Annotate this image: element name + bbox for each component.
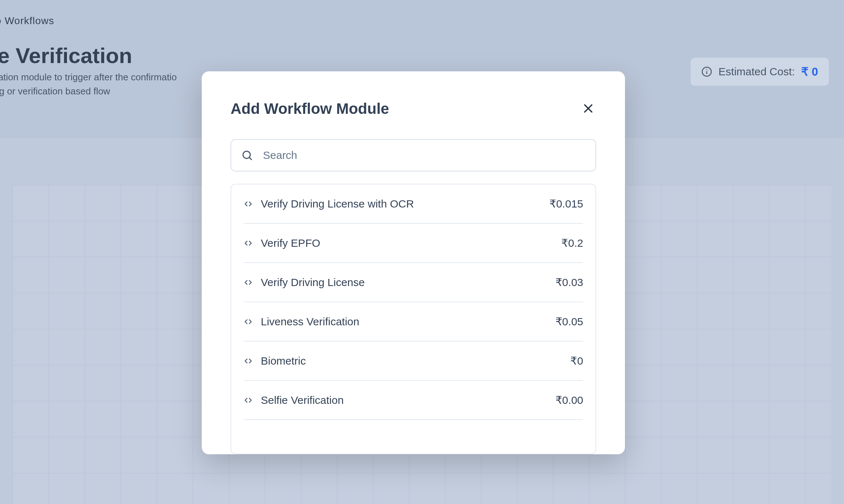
module-price: ₹0.2 <box>561 237 583 249</box>
module-price: ₹0.00 <box>555 394 583 406</box>
module-item-left: Verify Driving License <box>244 276 365 289</box>
module-price: ₹0.015 <box>549 197 583 210</box>
add-workflow-module-modal: Add Workflow Module <box>202 71 625 454</box>
modal-header: Add Workflow Module <box>231 100 596 117</box>
module-item-left: Biometric <box>244 355 306 367</box>
code-icon <box>244 396 253 405</box>
search-container <box>231 139 596 171</box>
module-item-left: Verify EPFO <box>244 237 320 249</box>
close-button[interactable] <box>580 101 596 117</box>
module-item-verify-epfo[interactable]: Verify EPFO ₹0.2 <box>244 224 583 263</box>
search-icon <box>241 150 253 161</box>
module-item-left: Liveness Verification <box>244 316 360 328</box>
code-icon <box>244 238 253 248</box>
code-icon <box>244 278 253 287</box>
svg-line-6 <box>249 157 251 160</box>
module-name: Biometric <box>261 355 306 367</box>
module-item-verify-dl[interactable]: Verify Driving License ₹0.03 <box>244 263 583 302</box>
module-name: Selfie Verification <box>261 394 344 406</box>
module-price: ₹0.03 <box>555 276 583 289</box>
search-input[interactable] <box>263 149 585 161</box>
module-price: ₹0 <box>570 354 583 367</box>
close-icon <box>582 102 594 116</box>
module-name: Verify Driving License with OCR <box>261 198 414 210</box>
modal-title: Add Workflow Module <box>231 100 389 117</box>
module-name: Liveness Verification <box>261 316 360 328</box>
modal-overlay: Add Workflow Module <box>0 0 844 504</box>
module-name: Verify EPFO <box>261 237 320 249</box>
module-item-liveness[interactable]: Liveness Verification ₹0.05 <box>244 302 583 342</box>
module-item-left: Verify Driving License with OCR <box>244 198 414 210</box>
module-item-left: Selfie Verification <box>244 394 344 406</box>
code-icon <box>244 317 253 326</box>
module-item-selfie[interactable]: Selfie Verification ₹0.00 <box>244 381 583 420</box>
module-price: ₹0.05 <box>555 315 583 328</box>
module-name: Verify Driving License <box>261 276 365 289</box>
code-icon <box>244 356 253 366</box>
module-item-verify-dl-ocr[interactable]: Verify Driving License with OCR ₹0.015 <box>244 184 583 224</box>
code-icon <box>244 199 253 209</box>
module-item-biometric[interactable]: Biometric ₹0 <box>244 342 583 381</box>
module-list: Verify Driving License with OCR ₹0.015 V… <box>231 184 596 454</box>
